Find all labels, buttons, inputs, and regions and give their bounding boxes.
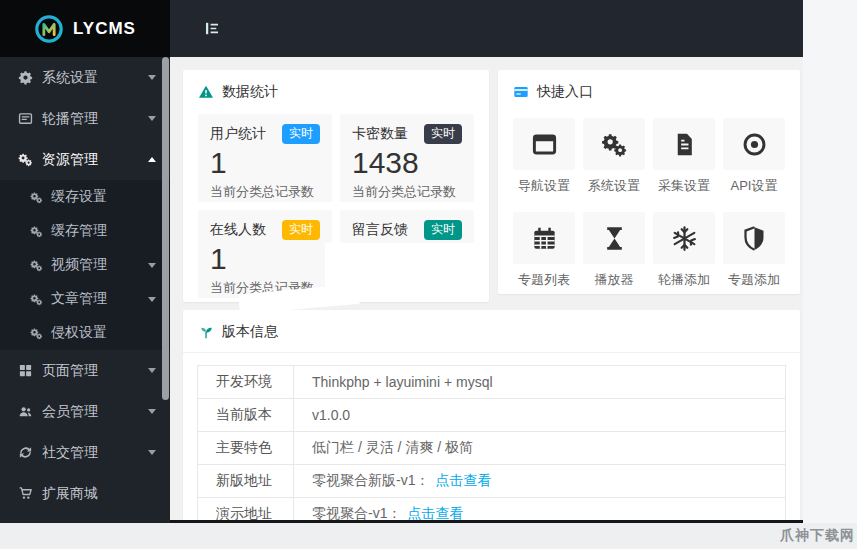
snowflake-icon xyxy=(671,225,698,252)
hourglass-icon xyxy=(601,225,628,252)
stat-value: 1 xyxy=(210,241,320,277)
stat-value: 1438 xyxy=(352,145,462,181)
view-link[interactable]: 点击查看 xyxy=(435,472,491,488)
sidebar-item-article-manage[interactable]: 文章管理 xyxy=(0,282,170,316)
realtime-badge: 实时 xyxy=(424,124,462,144)
quick-item-nav-settings[interactable]: 导航设置 xyxy=(513,118,575,195)
gears-icon xyxy=(30,259,43,272)
data-statistics-card: 数据统计 用户统计 实时 1 当前分类总记录数 xyxy=(183,70,489,302)
card-title: 数据统计 xyxy=(222,83,278,101)
sidebar-submenu: 缓存设置 缓存管理 视频管理 文章管理 xyxy=(0,180,170,350)
sidebar-item-carousel[interactable]: 轮播管理 xyxy=(0,98,170,139)
quick-item-topic-list[interactable]: 专题列表 xyxy=(513,212,575,289)
gears-icon xyxy=(601,131,628,158)
seedling-icon xyxy=(198,324,214,340)
sidebar-item-label: 系统设置 xyxy=(42,69,98,87)
row-value: 低门栏 / 灵活 / 清爽 / 极简 xyxy=(294,432,786,465)
logo-icon xyxy=(34,14,64,44)
version-table: 开发环境 Thinkphp + layuimini + mysql 当前版本 v… xyxy=(197,365,786,523)
logo: LYCMS xyxy=(0,0,170,57)
quick-item-topic-add[interactable]: 专题添加 xyxy=(723,212,785,289)
stats-grid: 用户统计 实时 1 当前分类总记录数 卡密数量 实时 1438 xyxy=(183,112,489,313)
row-label: 主要特色 xyxy=(198,432,294,465)
stat-title: 卡密数量 xyxy=(352,125,408,143)
sidebar-item-label: 视频管理 xyxy=(51,256,107,274)
stat-subtitle: 当前分类总记录数 xyxy=(352,183,462,201)
quick-item-api-settings[interactable]: API设置 xyxy=(723,118,785,195)
window-icon xyxy=(531,131,558,158)
panel-icon xyxy=(18,111,33,126)
sidebar-item-members[interactable]: 会员管理 xyxy=(0,391,170,432)
version-info-card: 版本信息 开发环境 Thinkphp + layuimini + mysql 当… xyxy=(183,310,800,523)
row-label: 当前版本 xyxy=(198,399,294,432)
stat-title: 用户统计 xyxy=(210,125,266,143)
menu-fold-icon[interactable] xyxy=(202,20,222,37)
table-row: 开发环境 Thinkphp + layuimini + mysql xyxy=(198,366,786,399)
view-link[interactable]: 点击查看 xyxy=(407,505,463,521)
main-content: 数据统计 用户统计 实时 1 当前分类总记录数 xyxy=(170,57,803,523)
recycle-icon xyxy=(18,445,33,460)
admin-app: LYCMS 系统设置 轮播管理 资源管理 xyxy=(0,0,803,523)
card-title: 版本信息 xyxy=(222,323,278,341)
card-header: 快捷入口 xyxy=(498,70,800,112)
sidebar-item-label: 轮播管理 xyxy=(42,110,98,128)
top-row: 数据统计 用户统计 实时 1 当前分类总记录数 xyxy=(183,70,800,302)
gears-icon xyxy=(30,327,43,340)
users-icon xyxy=(18,404,33,419)
chevron-down-icon xyxy=(148,297,156,302)
quick-item-label: 轮播添加 xyxy=(653,271,715,289)
quick-item-system-settings[interactable]: 系统设置 xyxy=(583,118,645,195)
sidebar-item-pages[interactable]: 页面管理 xyxy=(0,350,170,391)
sidebar-item-social[interactable]: 社交管理 xyxy=(0,432,170,473)
sidebar-item-label: 社交管理 xyxy=(42,444,98,462)
sidebar-item-resources[interactable]: 资源管理 xyxy=(0,139,170,180)
chevron-down-icon xyxy=(148,263,156,268)
calendar-icon xyxy=(531,225,558,252)
app-title: LYCMS xyxy=(73,19,136,39)
sidebar-scrollbar[interactable] xyxy=(162,57,169,400)
stat-title: 留言反馈 xyxy=(352,221,408,239)
quick-item-collect-settings[interactable]: 采集设置 xyxy=(653,118,715,195)
sidebar-item-cache-manage[interactable]: 缓存管理 xyxy=(0,214,170,248)
gears-icon xyxy=(30,225,43,238)
sidebar-item-label: 会员管理 xyxy=(42,403,98,421)
sidebar-item-extension-mall[interactable]: 扩展商城 xyxy=(0,473,170,514)
warning-triangle-icon xyxy=(198,84,214,100)
quick-item-label: 采集设置 xyxy=(653,177,715,195)
page-right-gutter xyxy=(803,0,857,523)
table-row: 新版地址 零视聚合新版-v1：点击查看 xyxy=(198,465,786,498)
sidebar-item-label: 缓存管理 xyxy=(51,222,107,240)
stat-value: 1 xyxy=(210,145,320,181)
row-label: 新版地址 xyxy=(198,465,294,498)
cart-icon xyxy=(18,486,33,501)
sidebar-submenu-wrap: 缓存设置 缓存管理 视频管理 文章管理 xyxy=(0,180,170,350)
chevron-down-icon xyxy=(148,368,156,373)
quick-item-label: API设置 xyxy=(723,177,785,195)
sidebar-item-video-manage[interactable]: 视频管理 xyxy=(0,248,170,282)
sidebar-item-label: 缓存设置 xyxy=(51,188,107,206)
stat-subtitle: 当前分类总记录数 xyxy=(210,183,320,201)
page: LYCMS 系统设置 轮播管理 资源管理 xyxy=(0,0,857,549)
stat-tile-users: 用户统计 实时 1 当前分类总记录数 xyxy=(198,114,332,202)
sidebar-item-label: 文章管理 xyxy=(51,290,107,308)
quick-item-label: 专题列表 xyxy=(513,271,575,289)
realtime-badge: 实时 xyxy=(282,124,320,144)
gears-icon xyxy=(30,293,43,306)
quick-item-player[interactable]: 播放器 xyxy=(583,212,645,289)
sidebar-item-cache-settings[interactable]: 缓存设置 xyxy=(0,180,170,214)
sidebar-menu: 系统设置 轮播管理 资源管理 缓存设 xyxy=(0,57,170,514)
quick-grid: 导航设置 系统设置 采集设置 API设置 xyxy=(498,112,800,301)
stat-tile-cards: 卡密数量 实时 1438 当前分类总记录数 xyxy=(340,114,474,202)
sidebar-item-infringement[interactable]: 侵权设置 xyxy=(0,316,170,350)
gear-icon xyxy=(18,70,33,85)
realtime-badge: 实时 xyxy=(282,220,320,240)
sidebar-item-system-settings[interactable]: 系统设置 xyxy=(0,57,170,98)
quick-item-carousel-add[interactable]: 轮播添加 xyxy=(653,212,715,289)
row-label: 开发环境 xyxy=(198,366,294,399)
chevron-down-icon xyxy=(148,75,156,80)
quick-item-label: 系统设置 xyxy=(583,177,645,195)
credit-card-icon xyxy=(513,84,529,100)
chevron-down-icon xyxy=(148,409,156,414)
row-value: v1.0.0 xyxy=(294,399,786,432)
site-watermark: 爪神下载网 xyxy=(780,527,855,545)
